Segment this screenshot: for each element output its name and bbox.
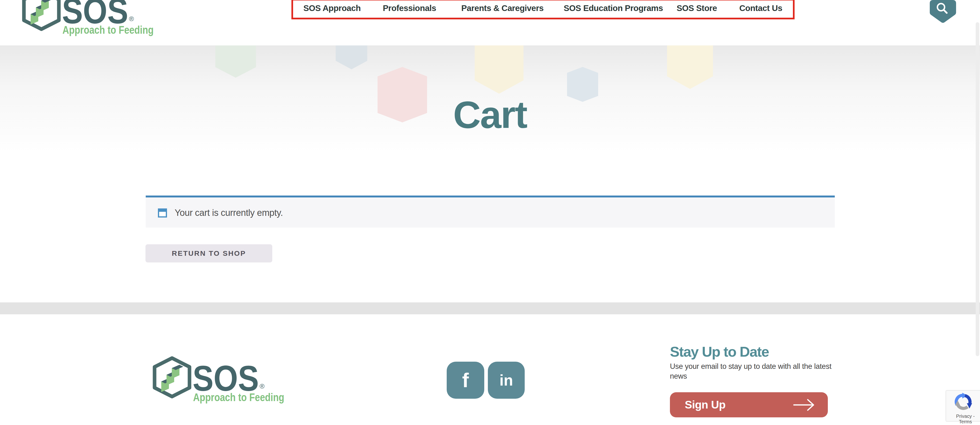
recaptcha-logo-icon: [954, 392, 973, 412]
cart-empty-message: Your cart is currently empty.: [175, 208, 283, 218]
return-to-shop-button[interactable]: RETURN TO SHOP: [145, 244, 272, 262]
page-title: Cart: [0, 96, 980, 134]
empty-cart-icon-band: [159, 209, 166, 212]
newsletter-heading: Stay Up to Date: [670, 344, 769, 360]
sign-up-label: Sign Up: [685, 392, 725, 417]
sos-shield-icon: [24, 0, 59, 29]
scrollbar-thumb[interactable]: [976, 22, 979, 356]
linkedin-icon: in: [500, 372, 513, 389]
site-header: SOS ® Approach to Feeding SOS Approach P…: [0, 0, 980, 45]
nav-contact-us[interactable]: Contact Us: [739, 3, 783, 13]
recaptcha-badge[interactable]: Privacy - Terms: [946, 390, 980, 422]
nav-sos-store[interactable]: SOS Store: [677, 3, 717, 13]
nav-parents-caregivers[interactable]: Parents & Caregivers: [461, 3, 544, 13]
footer-registered-mark: ®: [259, 382, 265, 390]
newsletter-description: Use your email to stay up to date with a…: [670, 362, 843, 381]
search-icon: [930, 0, 956, 23]
decor-hexagon-slate: [336, 45, 367, 69]
sos-shield-icon: [154, 358, 189, 396]
sign-up-button[interactable]: Sign Up: [670, 392, 828, 417]
footer-logo-tagline: Approach to Feeding: [193, 391, 284, 403]
linkedin-button[interactable]: in: [488, 362, 525, 399]
logo-tagline: Approach to Feeding: [62, 24, 154, 36]
search-button[interactable]: [930, 0, 956, 23]
empty-cart-icon: [158, 208, 167, 217]
registered-mark: ®: [129, 15, 134, 22]
nav-sos-approach[interactable]: SOS Approach: [303, 3, 361, 13]
nav-professionals[interactable]: Professionals: [383, 3, 436, 13]
facebook-button[interactable]: f: [447, 362, 484, 399]
facebook-icon: f: [462, 369, 469, 392]
decor-hexagon-yellow: [475, 45, 523, 94]
right-arrow-icon: [792, 398, 816, 412]
nav-sos-education-programs[interactable]: SOS Education Programs: [564, 3, 663, 13]
decor-hexagon-yellow-right: [667, 45, 713, 89]
site-logo[interactable]: SOS ® Approach to Feeding: [20, 0, 154, 36]
footer-logo[interactable]: SOS ® Approach to Feeding: [150, 356, 284, 403]
hero-section: Cart: [0, 45, 980, 302]
decor-hexagon-green: [215, 45, 256, 78]
section-divider: [0, 302, 980, 314]
recaptcha-privacy-terms[interactable]: Privacy - Terms: [950, 414, 980, 425]
